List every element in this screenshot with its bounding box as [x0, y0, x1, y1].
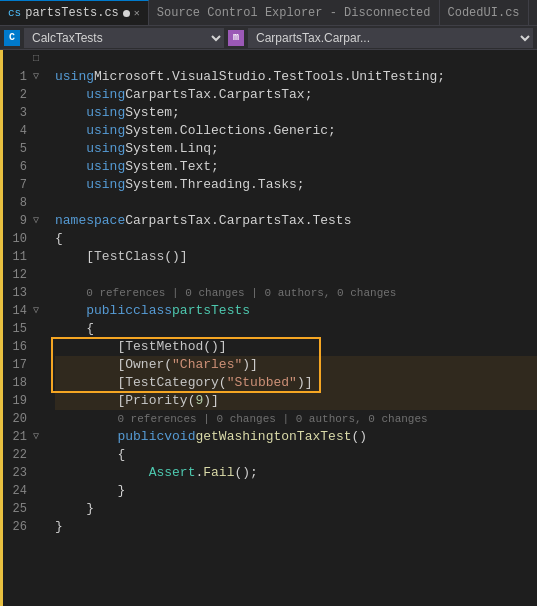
gutter-line: 25: [3, 500, 51, 518]
code-line: [55, 266, 537, 284]
gutter-line: 6: [3, 158, 51, 176]
line-number: 4: [3, 122, 33, 140]
token: using: [86, 176, 125, 194]
code-line: Assert.Fail();: [55, 464, 537, 482]
token: System.Text;: [125, 158, 219, 176]
gutter: □1▽23456789▽1011121314▽15161718192021▽22…: [3, 50, 51, 606]
code-line: {: [55, 320, 537, 338]
token: public: [117, 428, 164, 446]
token: public: [86, 302, 133, 320]
tab-codedui[interactable]: CodedUI.cs: [440, 0, 529, 25]
tab-label: CodedUI.cs: [448, 6, 520, 20]
line-number: 10: [3, 230, 33, 248]
token: )]: [297, 374, 313, 392]
token: Assert: [149, 464, 196, 482]
token: System.Threading.Tasks;: [125, 176, 304, 194]
gutter-line: 13: [3, 284, 51, 302]
code-line: [TestClass()]: [55, 248, 537, 266]
gutter-line: 11: [3, 248, 51, 266]
gutter-line: 15: [3, 320, 51, 338]
fold-button[interactable]: ▽: [33, 302, 45, 320]
line-number: 17: [3, 356, 33, 374]
token: }: [117, 482, 125, 500]
member-dropdown[interactable]: CarpartsTax.Carpar...: [248, 28, 533, 48]
line-number: 22: [3, 446, 33, 464]
code-area: □1▽23456789▽1011121314▽15161718192021▽22…: [0, 50, 537, 606]
code-line: using System.Linq;: [55, 140, 537, 158]
line-number: 21: [3, 428, 33, 446]
line-number: 23: [3, 464, 33, 482]
gutter-line: 10: [3, 230, 51, 248]
fold-button[interactable]: □: [33, 50, 45, 68]
gutter-line: 4: [3, 122, 51, 140]
gutter-line: 26: [3, 518, 51, 536]
line-number: 19: [3, 392, 33, 410]
gutter-line: 20: [3, 410, 51, 428]
code-line: public class partsTests: [55, 302, 537, 320]
token: }: [55, 518, 63, 536]
line-number: 14: [3, 302, 33, 320]
token: 9: [195, 392, 203, 410]
token: (: [164, 356, 172, 374]
token: ()]: [164, 248, 187, 266]
code-line: public void getWashingtonTaxTest(): [55, 428, 537, 446]
dropdown-bar: C CalcTaxTests m CarpartsTax.Carpar...: [0, 26, 537, 50]
code-line: [55, 194, 537, 212]
code-line: [Owner("Charles")]: [55, 356, 537, 374]
token: using: [86, 86, 125, 104]
token: (: [188, 392, 196, 410]
fold-button[interactable]: ▽: [33, 428, 45, 446]
token: Priority: [125, 392, 187, 410]
token: [: [117, 392, 125, 410]
member-icon: m: [228, 30, 244, 46]
code-line: using CarpartsTax.CarpartsTax;: [55, 86, 537, 104]
token: )]: [203, 392, 219, 410]
token: partsTests: [172, 302, 250, 320]
ide-window: cs partsTests.cs ✕ Source Control Explor…: [0, 0, 537, 606]
tab-partsTests[interactable]: cs partsTests.cs ✕: [0, 0, 149, 25]
code-line: }: [55, 518, 537, 536]
token: using: [55, 68, 94, 86]
token: Owner: [125, 356, 164, 374]
gutter-line: 18: [3, 374, 51, 392]
code-line: namespace CarpartsTax.CarpartsTax.Tests: [55, 212, 537, 230]
token: using: [86, 140, 125, 158]
line-number: 3: [3, 104, 33, 122]
tab-source-control[interactable]: Source Control Explorer - Disconnected: [149, 0, 440, 25]
token: [: [117, 338, 125, 356]
token: [: [117, 356, 125, 374]
code-editor[interactable]: using Microsoft.VisualStudio.TestTools.U…: [51, 50, 537, 606]
token: .: [195, 464, 203, 482]
line-number: 20: [3, 410, 33, 428]
tab-close-icon[interactable]: ✕: [134, 7, 140, 19]
line-number: 2: [3, 86, 33, 104]
gutter-line: 2: [3, 86, 51, 104]
token: using: [86, 158, 125, 176]
code-line: using System.Text;: [55, 158, 537, 176]
gutter-line: □: [3, 50, 51, 68]
tabs-bar: cs partsTests.cs ✕ Source Control Explor…: [0, 0, 537, 26]
code-line: using System.Threading.Tasks;: [55, 176, 537, 194]
tab-icon: cs: [8, 7, 21, 19]
line-number: 12: [3, 266, 33, 284]
line-number: 25: [3, 500, 33, 518]
token: "Stubbed": [227, 374, 297, 392]
code-line: [Priority(9)]: [55, 392, 537, 410]
code-line: [TestMethod()]: [55, 338, 537, 356]
line-number: 26: [3, 518, 33, 536]
code-line: {: [55, 446, 537, 464]
fold-button[interactable]: ▽: [33, 212, 45, 230]
fold-button[interactable]: ▽: [33, 68, 45, 86]
tab-startup[interactable]: Startup.cs: [529, 0, 537, 25]
line-number: 6: [3, 158, 33, 176]
code-line: }: [55, 482, 537, 500]
class-dropdown[interactable]: CalcTaxTests: [24, 28, 224, 48]
token: Microsoft.VisualStudio.TestTools.UnitTes…: [94, 68, 445, 86]
token: Fail: [203, 464, 234, 482]
token: "Charles": [172, 356, 242, 374]
token: {: [86, 320, 94, 338]
token: TestMethod: [125, 338, 203, 356]
gutter-line: 22: [3, 446, 51, 464]
token: {: [117, 446, 125, 464]
token: System.Collections.Generic;: [125, 122, 336, 140]
